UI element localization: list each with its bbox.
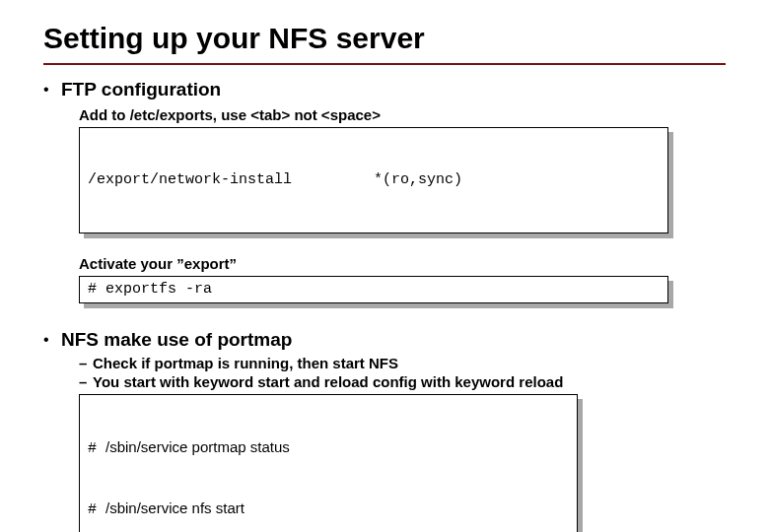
bullet-portmap: • NFS make use of portmap [43, 329, 726, 351]
bullet-ftp-configuration: • FTP configuration [43, 79, 726, 100]
bullet-label: NFS make use of portmap [61, 329, 292, 351]
code-hash: # [88, 501, 105, 518]
subhead-activate: Activate your ”export” [79, 255, 726, 272]
slide-title: Setting up your NFS server [43, 22, 726, 61]
subhead-exports: Add to /etc/exports, use <tab> not <spac… [79, 106, 726, 123]
codebox-exports: /export/network-install *(ro,sync) [79, 127, 668, 233]
dash-mark: – [79, 355, 93, 371]
codebox-content: /export/network-install *(ro,sync) [79, 127, 668, 233]
slide: Setting up your NFS server • FTP configu… [0, 0, 769, 532]
code-export-options: *(ro,sync) [374, 170, 462, 190]
dash-mark: – [79, 373, 93, 390]
dash-start-reload: – You start with keyword start and reloa… [79, 373, 726, 390]
bullet-label: FTP configuration [61, 79, 221, 100]
code-nfs-start: /sbin/service nfs start [105, 499, 245, 516]
dash-text: You start with keyword start and reload … [93, 373, 563, 390]
code-portmap-status: /sbin/service portmap status [105, 438, 290, 455]
codebox-exportfs: # exportfs -ra [79, 276, 668, 303]
dash-text: Check if portmap is running, then start … [93, 355, 398, 371]
codebox-content: # /sbin/service portmap status # /sbin/s… [79, 394, 578, 532]
title-rule [43, 63, 726, 65]
bullet-dot: • [43, 329, 61, 351]
codebox-services: # /sbin/service portmap status # /sbin/s… [79, 394, 578, 532]
codebox-content: # exportfs -ra [79, 276, 668, 303]
dash-check-portmap: – Check if portmap is running, then star… [79, 355, 726, 371]
code-exportfs: # exportfs -ra [88, 281, 212, 298]
bullet-dot: • [43, 79, 61, 100]
code-export-path: /export/network-install [88, 170, 374, 190]
code-hash: # [88, 440, 105, 457]
